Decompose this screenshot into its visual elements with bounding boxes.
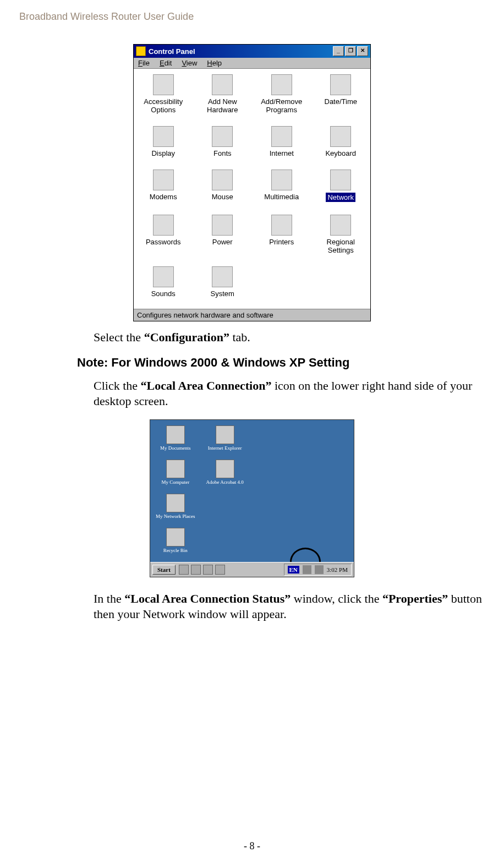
- cp-item-datetime[interactable]: Date/Time: [311, 73, 371, 121]
- accessibility-icon: [153, 74, 174, 95]
- ql-icon-3[interactable]: [203, 565, 213, 575]
- ql-icon-4[interactable]: [215, 565, 225, 575]
- menu-view[interactable]: View: [182, 59, 197, 67]
- cp-item-display[interactable]: Display: [134, 125, 193, 164]
- cp-item-system[interactable]: System: [193, 265, 253, 304]
- network-places-icon: [166, 494, 185, 512]
- desk-my-documents[interactable]: My Documents: [156, 425, 195, 451]
- tray-volume-icon[interactable]: [315, 565, 324, 574]
- control-panel-window: Control Panel _ ❐ ✕ File Edit View Help …: [133, 44, 371, 321]
- menu-help[interactable]: Help: [207, 59, 222, 67]
- cp-item-power[interactable]: Power: [193, 214, 253, 261]
- control-panel-icons-grid: Accessibility Options Add New Hardware A…: [134, 69, 370, 309]
- cp-item-printers[interactable]: Printers: [252, 214, 311, 261]
- cp-item-internet[interactable]: Internet: [252, 125, 311, 164]
- control-panel-menubar: File Edit View Help: [134, 58, 370, 69]
- minimize-button[interactable]: _: [333, 46, 344, 56]
- lacs-properties-text: In the “Local Area Connection Status” wi…: [94, 591, 485, 622]
- ie-icon: [216, 425, 234, 444]
- internet-icon: [271, 126, 292, 147]
- add-remove-icon: [271, 74, 292, 95]
- sounds-icon: [153, 266, 174, 287]
- desk-my-computer[interactable]: My Computer: [156, 460, 195, 485]
- select-config-text: Select the “Configuration” tab.: [94, 330, 485, 346]
- page-number: - 8 -: [0, 840, 504, 852]
- cp-item-add-hardware[interactable]: Add New Hardware: [193, 73, 253, 121]
- keyboard-icon: [330, 126, 351, 147]
- desk-ie[interactable]: Internet Explorer: [206, 425, 244, 451]
- menu-file[interactable]: File: [138, 59, 150, 67]
- regional-icon: [330, 215, 351, 236]
- control-panel-title: Control Panel: [149, 47, 195, 56]
- control-panel-icon: [136, 46, 146, 56]
- desk-recycle-bin[interactable]: Recycle Bin: [156, 528, 195, 553]
- fonts-icon: [212, 126, 233, 147]
- power-icon: [212, 215, 233, 236]
- acrobat-icon: [216, 460, 234, 478]
- tray-clock: 3:02 PM: [327, 566, 348, 573]
- printers-icon: [271, 215, 292, 236]
- cp-item-regional[interactable]: Regional Settings: [311, 214, 371, 261]
- ql-icon-1[interactable]: [179, 565, 189, 575]
- mouse-icon: [212, 170, 233, 190]
- cp-item-accessibility[interactable]: Accessibility Options: [134, 73, 193, 121]
- ql-icon-2[interactable]: [191, 565, 201, 575]
- cp-item-network[interactable]: Network: [311, 168, 371, 209]
- close-button[interactable]: ✕: [357, 46, 368, 56]
- datetime-icon: [330, 74, 351, 95]
- cp-item-sounds[interactable]: Sounds: [134, 265, 193, 304]
- cp-item-modems[interactable]: Modems: [134, 168, 193, 209]
- passwords-icon: [153, 215, 174, 236]
- document-header: Broadband Wireless Router User Guide: [19, 11, 194, 23]
- menu-edit[interactable]: Edit: [160, 59, 172, 67]
- folder-icon: [166, 425, 185, 444]
- cp-item-fonts[interactable]: Fonts: [193, 125, 253, 164]
- system-tray: EN 3:02 PM: [284, 564, 352, 576]
- quick-launch: [179, 565, 225, 575]
- cp-item-keyboard[interactable]: Keyboard: [311, 125, 371, 164]
- start-button[interactable]: Start: [152, 565, 176, 575]
- tray-network-icon[interactable]: [303, 565, 311, 574]
- desktop-screenshot: My Documents My Computer My Network Plac…: [150, 419, 354, 577]
- cp-item-multimedia[interactable]: Multimedia: [252, 168, 311, 209]
- taskbar: Start EN 3:02 PM: [150, 562, 354, 577]
- desk-network-places[interactable]: My Network Places: [156, 494, 195, 519]
- maximize-button[interactable]: ❐: [345, 46, 356, 56]
- network-icon: [330, 170, 351, 190]
- language-indicator[interactable]: EN: [288, 566, 299, 573]
- cp-item-add-remove[interactable]: Add/Remove Programs: [252, 73, 311, 121]
- control-panel-titlebar: Control Panel _ ❐ ✕: [134, 45, 370, 58]
- computer-icon: [166, 460, 185, 478]
- system-icon: [212, 266, 233, 287]
- note-heading: Note: For Windows 2000 & Windows XP Sett…: [77, 356, 485, 370]
- display-icon: [153, 126, 174, 147]
- desk-acrobat[interactable]: Adobe Acrobat 4.0: [206, 460, 244, 485]
- cp-item-mouse[interactable]: Mouse: [193, 168, 253, 209]
- cp-item-passwords[interactable]: Passwords: [134, 214, 193, 261]
- click-lac-text: Click the “Local Area Connection” icon o…: [94, 378, 485, 409]
- recycle-icon: [166, 528, 185, 547]
- modems-icon: [153, 170, 174, 190]
- multimedia-icon: [271, 170, 292, 190]
- control-panel-statusbar: Configures network hardware and software: [134, 309, 370, 321]
- add-hardware-icon: [212, 74, 233, 95]
